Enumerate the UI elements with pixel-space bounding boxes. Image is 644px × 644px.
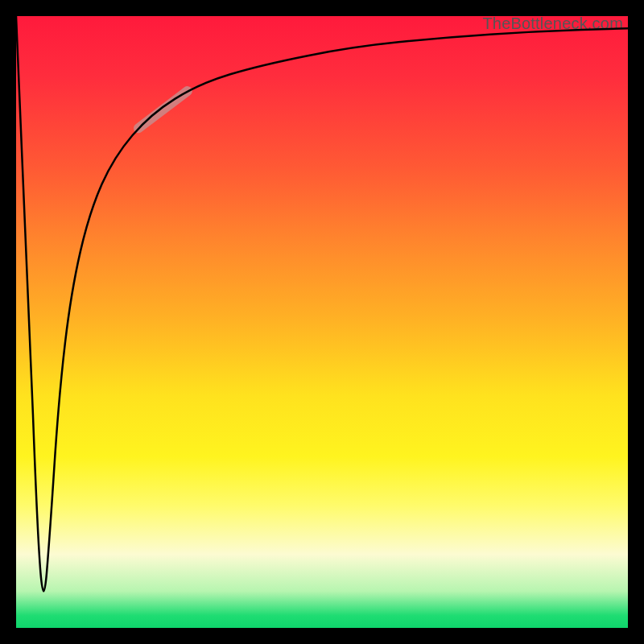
bottleneck-curve (16, 16, 628, 591)
curve-svg (16, 16, 628, 628)
plot-area: TheBottleneck.com (16, 16, 628, 628)
chart-frame: TheBottleneck.com (0, 0, 644, 644)
